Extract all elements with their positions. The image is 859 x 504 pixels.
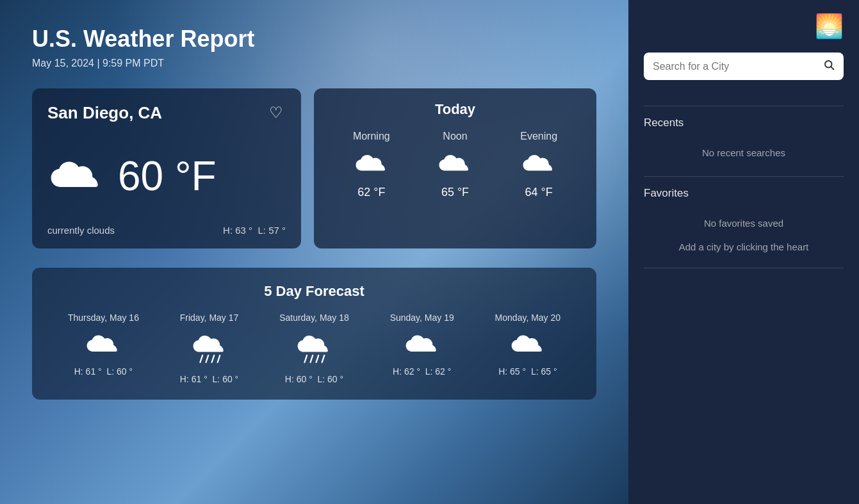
search-icon xyxy=(823,59,835,70)
app-title: U.S. Weather Report xyxy=(32,26,596,53)
forecast-day-2: Saturday, May 18 H: 60 ° L: 60 ° xyxy=(279,313,349,384)
main-content: U.S. Weather Report May 15, 2024 | 9:59 … xyxy=(32,26,596,400)
forecast-day-label-1: Friday, May 17 xyxy=(180,313,239,323)
city-card-header: San Diego, CA ♡ xyxy=(47,101,286,124)
forecast-icon-2 xyxy=(295,332,332,365)
period-noon-temp: 65 °F xyxy=(441,186,469,199)
forecast-day-label-3: Sunday, May 19 xyxy=(390,313,454,323)
city-weather-row: San Diego, CA ♡ 60 °F currently clouds H… xyxy=(32,88,596,248)
cloud-icon-evening xyxy=(521,152,557,175)
forecast-hi-lo-2: H: 60 ° L: 60 ° xyxy=(285,374,343,384)
period-morning-temp: 62 °F xyxy=(357,186,385,199)
city-name: San Diego, CA xyxy=(47,103,162,123)
forecast-day-label-2: Saturday, May 18 xyxy=(279,313,349,323)
sidebar-divider-1 xyxy=(644,106,844,106)
temperature-display: 60 °F xyxy=(118,152,217,200)
forecast-day-1: Friday, May 17 H: 61 ° L: 60 ° xyxy=(180,313,239,384)
sidebar-divider-3 xyxy=(644,268,844,268)
city-card: San Diego, CA ♡ 60 °F currently clouds H… xyxy=(32,88,301,248)
period-evening: Evening 64 °F xyxy=(520,131,557,199)
period-noon-label: Noon xyxy=(443,131,467,142)
forecast-day-label-4: Monday, May 20 xyxy=(495,313,560,323)
forecast-hi-lo-3: H: 62 ° L: 62 ° xyxy=(393,366,451,377)
forecast-icon-1 xyxy=(191,332,228,365)
cloud-icon-noon xyxy=(437,152,473,175)
forecast-days: Thursday, May 16 H: 61 ° L: 60 ° Friday,… xyxy=(47,313,581,384)
favorites-empty: No favorites saved xyxy=(644,210,844,236)
forecast-day-label-0: Thursday, May 16 xyxy=(68,313,139,323)
today-title: Today xyxy=(329,101,581,118)
forecast-day-4: Monday, May 20 H: 65 ° L: 65 ° xyxy=(495,313,560,384)
search-input[interactable] xyxy=(653,61,823,72)
forecast-hi-lo-1: H: 61 ° L: 60 ° xyxy=(180,374,238,384)
cloud-icon-main xyxy=(47,157,105,195)
forecast-title: 5 Day Forecast xyxy=(47,283,581,300)
hi-lo-text: H: 63 ° L: 57 ° xyxy=(223,225,286,236)
sidebar-divider-2 xyxy=(644,176,844,177)
search-box xyxy=(644,53,844,80)
recents-title: Recents xyxy=(644,117,844,129)
svg-line-5 xyxy=(831,67,833,69)
datetime: May 15, 2024 | 9:59 PM PDT xyxy=(32,58,596,69)
period-morning: Morning 62 °F xyxy=(353,131,390,199)
period-evening-temp: 64 °F xyxy=(525,186,553,199)
forecast-icon-4 xyxy=(509,332,546,357)
forecast-section: 5 Day Forecast Thursday, May 16 H: 61 ° … xyxy=(32,268,596,400)
sidebar-logo: 🌅 xyxy=(644,13,844,40)
favorite-button[interactable]: ♡ xyxy=(266,101,286,124)
city-card-body: 60 °F xyxy=(47,137,286,215)
forecast-icon-0 xyxy=(85,332,122,357)
forecast-hi-lo-4: H: 65 ° L: 65 ° xyxy=(498,366,557,377)
favorites-title: Favorites xyxy=(644,187,844,200)
today-periods: Morning 62 °F Noon 65 °F xyxy=(329,131,581,199)
period-morning-label: Morning xyxy=(353,131,390,142)
period-evening-label: Evening xyxy=(520,131,557,142)
favorites-hint: Add a city by clicking the heart xyxy=(644,236,844,257)
search-button[interactable] xyxy=(823,59,835,74)
forecast-day-0: Thursday, May 16 H: 61 ° L: 60 ° xyxy=(68,313,139,384)
sidebar: 🌅 Recents No recent searches Favorites N… xyxy=(628,0,859,504)
forecast-hi-lo-0: H: 61 ° L: 60 ° xyxy=(74,366,133,377)
forecast-icon-3 xyxy=(404,332,441,357)
city-card-footer: currently clouds H: 63 ° L: 57 ° xyxy=(47,225,286,236)
app-logo-icon: 🌅 xyxy=(815,13,844,40)
recents-empty: No recent searches xyxy=(644,140,844,166)
main-panel: U.S. Weather Report May 15, 2024 | 9:59 … xyxy=(0,0,628,504)
today-card: Today Morning 62 °F Noon 6 xyxy=(314,88,596,248)
period-noon: Noon 65 °F xyxy=(437,131,473,199)
forecast-day-3: Sunday, May 19 H: 62 ° L: 62 ° xyxy=(390,313,454,384)
cloud-icon-morning xyxy=(354,152,389,175)
currently-text: currently clouds xyxy=(47,225,115,236)
